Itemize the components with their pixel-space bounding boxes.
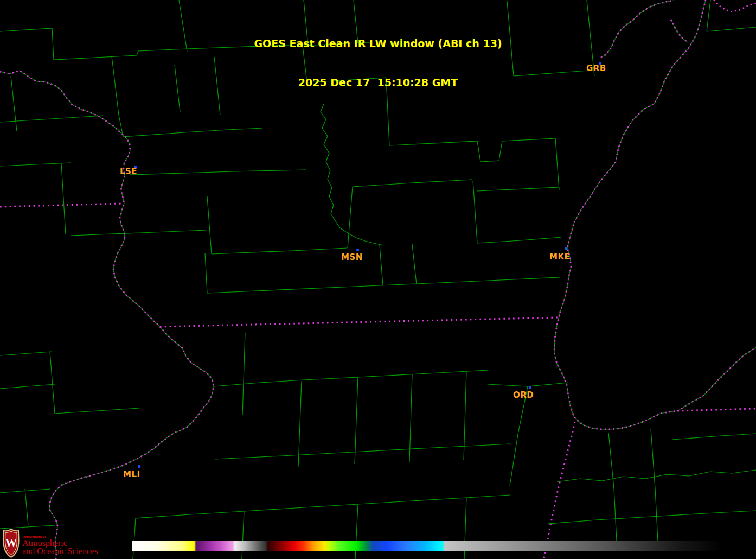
svg-text:W: W [5, 536, 17, 549]
mn-ia-border [0, 204, 122, 207]
logo-text: Department of Atmospheric and Oceanic Sc… [22, 529, 98, 556]
satellite-image-viewer: GOES East Clean IR LW window (ABI ch 13)… [0, 0, 756, 559]
il-in-border-horizontal [677, 409, 756, 411]
temperature-colorbar [132, 541, 756, 551]
city-marker-ord [529, 386, 531, 389]
city-label-lse: LSE [120, 167, 137, 176]
logo-atmospheric: Atmospheric [22, 539, 98, 547]
wi-il-border [160, 317, 559, 327]
city-label-ord: ORD [513, 390, 534, 400]
title-line-2: 2025 Dec 17 15:10:28 GMT [0, 76, 756, 89]
city-label-msn: MSN [341, 252, 363, 262]
mississippi-river-lower [49, 327, 214, 559]
logo-oceanic-sciences: and Oceanic Sciences [22, 547, 98, 556]
uw-crest-icon: W [3, 529, 20, 558]
city-marker-mke [565, 247, 567, 250]
uw-aos-logo: W Department of Atmospheric and Oceanic … [3, 529, 98, 558]
city-label-grb: GRB [586, 63, 606, 73]
image-title: GOES East Clean IR LW window (ABI ch 13)… [0, 11, 756, 115]
city-marker-mli [138, 465, 140, 468]
upper-michigan-shore [714, 0, 756, 12]
city-label-mli: MLI [123, 469, 140, 479]
title-line-1: GOES East Clean IR LW window (ABI ch 13) [0, 37, 756, 50]
il-in-border-vertical [544, 422, 575, 559]
city-marker-msn [356, 249, 359, 251]
city-label-mke: MKE [549, 252, 570, 262]
